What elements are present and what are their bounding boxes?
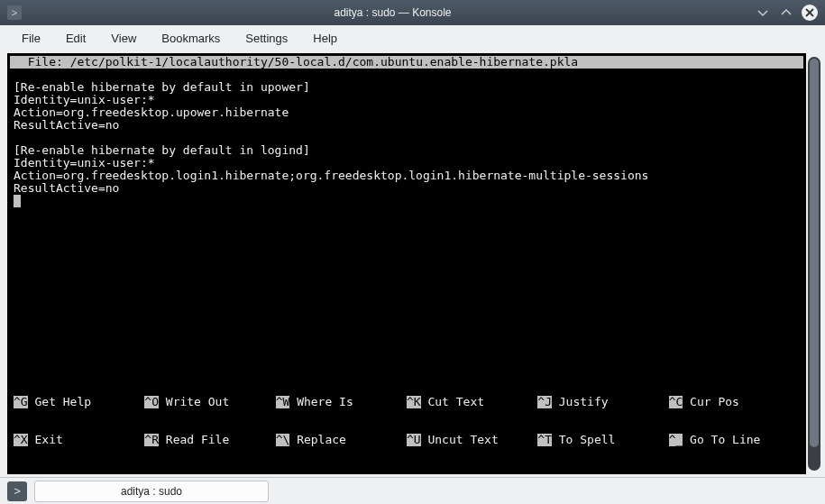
shortcut-item: ^U Uncut Text bbox=[407, 434, 537, 446]
shortcut-label: Uncut Text bbox=[421, 433, 499, 446]
window-controls bbox=[755, 5, 818, 21]
shortcut-item: ^X Exit bbox=[14, 434, 144, 446]
shortcut-label: Get Help bbox=[28, 395, 91, 408]
shortcut-row-2: ^X Exit^R Read File^\ Replace^U Uncut Te… bbox=[14, 434, 800, 446]
shortcut-label: Write Out bbox=[159, 395, 229, 408]
terminal-icon: > bbox=[14, 484, 21, 498]
shortcut-item: ^\ Replace bbox=[276, 434, 407, 446]
shortcut-key: ^_ bbox=[669, 434, 683, 446]
shortcut-item: ^K Cut Text bbox=[407, 396, 537, 408]
shortcut-key: ^X bbox=[14, 434, 28, 446]
shortcut-item: ^R Read File bbox=[144, 434, 275, 446]
shortcut-item: ^W Where Is bbox=[276, 396, 407, 408]
menu-bookmarks[interactable]: Bookmarks bbox=[149, 28, 233, 49]
shortcut-label: Where Is bbox=[289, 395, 353, 408]
window-title: aditya : sudo — Konsole bbox=[31, 6, 755, 19]
shortcut-label: Read File bbox=[159, 433, 229, 446]
shortcut-key: ^T bbox=[537, 434, 552, 446]
shortcut-key: ^U bbox=[407, 434, 421, 446]
menubar: File Edit View Bookmarks Settings Help bbox=[0, 25, 825, 50]
nano-shortcuts: ^G Get Help^O Write Out^W Where Is^K Cut… bbox=[10, 371, 803, 474]
scrollbar-thumb[interactable] bbox=[810, 59, 819, 447]
terminal-container: File: /etc/polkit-1/localauthority/50-lo… bbox=[0, 50, 825, 477]
shortcut-key: ^W bbox=[276, 396, 290, 408]
shortcut-item: ^T To Spell bbox=[537, 434, 668, 446]
shortcut-key: ^G bbox=[14, 396, 28, 408]
app-icon: > bbox=[7, 5, 22, 20]
nano-body[interactable]: [Re-enable hibernate by default in upowe… bbox=[10, 69, 803, 371]
shortcut-key: ^\ bbox=[276, 434, 290, 446]
shortcut-label: Cur Pos bbox=[683, 395, 739, 408]
terminal[interactable]: File: /etc/polkit-1/localauthority/50-lo… bbox=[7, 53, 806, 474]
shortcut-label: Cut Text bbox=[421, 395, 484, 408]
shortcut-item: ^C Cur Pos bbox=[669, 396, 800, 408]
cursor bbox=[14, 195, 21, 207]
shortcut-key: ^R bbox=[144, 434, 159, 446]
tabbar: > aditya : sudo bbox=[0, 477, 825, 504]
minimize-button[interactable] bbox=[755, 5, 771, 21]
shortcut-key: ^K bbox=[407, 396, 421, 408]
menu-view[interactable]: View bbox=[98, 28, 149, 49]
maximize-button[interactable] bbox=[778, 5, 794, 21]
shortcut-label: Exit bbox=[28, 433, 63, 446]
shortcut-item: ^J Justify bbox=[537, 396, 668, 408]
titlebar[interactable]: > aditya : sudo — Konsole bbox=[0, 0, 825, 25]
menu-edit[interactable]: Edit bbox=[53, 28, 98, 49]
new-tab-button[interactable]: > bbox=[7, 481, 27, 501]
nano-header: File: /etc/polkit-1/localauthority/50-lo… bbox=[10, 56, 803, 69]
shortcut-item: ^G Get Help bbox=[14, 396, 144, 408]
nano-filepath: /etc/polkit-1/localauthority/50-local.d/… bbox=[70, 55, 579, 69]
menu-file[interactable]: File bbox=[9, 28, 53, 49]
menu-settings[interactable]: Settings bbox=[233, 28, 300, 49]
shortcut-label: Replace bbox=[289, 433, 346, 446]
tab-active[interactable]: aditya : sudo bbox=[34, 481, 269, 502]
shortcut-label: Go To Line bbox=[683, 433, 760, 446]
tab-label: aditya : sudo bbox=[121, 485, 182, 498]
shortcut-label: To Spell bbox=[552, 433, 615, 446]
shortcut-key: ^O bbox=[144, 396, 159, 408]
shortcut-item: ^_ Go To Line bbox=[669, 434, 800, 446]
scrollbar[interactable] bbox=[808, 57, 820, 471]
shortcut-row-1: ^G Get Help^O Write Out^W Where Is^K Cut… bbox=[14, 396, 800, 408]
shortcut-key: ^C bbox=[669, 396, 683, 408]
shortcut-label: Justify bbox=[552, 395, 609, 408]
terminal-icon: > bbox=[12, 7, 17, 18]
shortcut-key: ^J bbox=[537, 396, 552, 408]
menu-help[interactable]: Help bbox=[300, 28, 350, 49]
close-button[interactable] bbox=[802, 5, 818, 21]
shortcut-item: ^O Write Out bbox=[144, 396, 275, 408]
konsole-window: > aditya : sudo — Konsole File Edit View… bbox=[0, 0, 825, 504]
